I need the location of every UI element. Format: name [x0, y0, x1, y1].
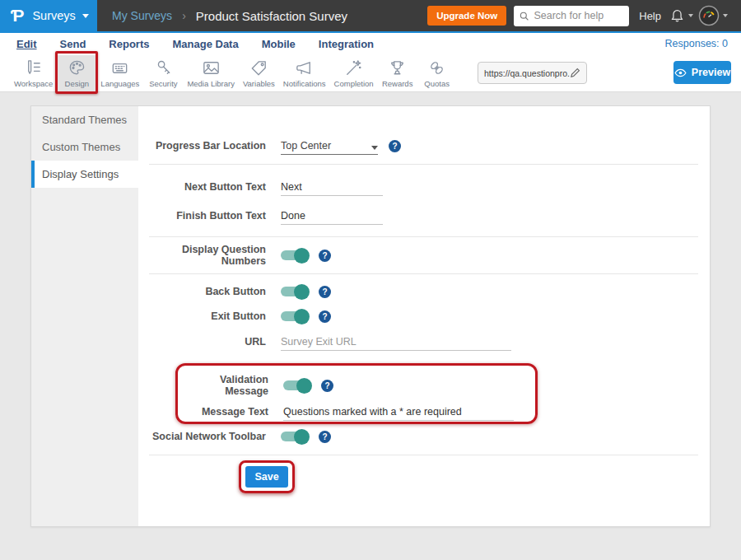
tab-integration[interactable]: Integration [307, 38, 385, 50]
divider [149, 236, 698, 237]
survey-url-field[interactable]: https://qa.questionpro.com/t/AW22Zcq2J [478, 62, 587, 84]
breadcrumb-separator: › [182, 9, 186, 22]
edit-pencil-icon[interactable] [570, 68, 580, 78]
sidebar-item-display-settings[interactable]: Display Settings [31, 161, 138, 188]
chevron-down-icon [688, 14, 693, 17]
message-text-row: Message Text [178, 400, 535, 423]
validation-message-toggle[interactable] [283, 380, 310, 390]
bell-icon [669, 8, 685, 24]
toolbar-item-rewards[interactable]: Rewards [378, 55, 417, 91]
toolbar-item-notifications[interactable]: Notifications [279, 55, 330, 91]
next-button-text-label: Next Button Text [138, 181, 266, 193]
progress-bar-location-row: Progress Bar Location Top Center ? [138, 134, 698, 157]
toolbar-item-security[interactable]: Security [143, 55, 183, 91]
toolbar-item-languages[interactable]: Languages [96, 55, 143, 91]
tab-mobile[interactable]: Mobile [250, 38, 307, 50]
tab-send[interactable]: Send [49, 38, 98, 50]
sidebar-item-standard-themes[interactable]: Standard Themes [31, 106, 138, 133]
survey-menu-bar: Edit Send Reports Manage Data Mobile Int… [0, 31, 741, 54]
save-button[interactable]: Save [245, 466, 288, 488]
exit-button-row: Exit Button ? [138, 305, 698, 328]
exit-url-input[interactable] [281, 333, 511, 351]
finish-button-text-row: Finish Button Text [138, 204, 698, 227]
save-row: Save [138, 460, 698, 493]
survey-toolbar: Workspace Design Languages Security Medi… [0, 54, 741, 92]
design-icon [67, 58, 87, 78]
next-button-text-input[interactable] [281, 178, 383, 196]
exit-button-label: Exit Button [138, 310, 266, 322]
upgrade-now-button[interactable]: Upgrade Now [427, 6, 506, 26]
responses-count[interactable]: Responses: 0 [665, 38, 728, 49]
help-icon[interactable]: ? [319, 431, 331, 443]
help-link[interactable]: Help [639, 10, 661, 22]
chevron-down-icon [371, 146, 378, 150]
preview-button[interactable]: Preview [673, 61, 731, 84]
breadcrumb: My Surveys › Product Satisfaction Survey [112, 9, 347, 23]
account-menu-button[interactable] [698, 5, 733, 26]
help-icon[interactable]: ? [321, 380, 333, 392]
divider [149, 455, 698, 455]
chevron-down-icon [723, 14, 728, 17]
exit-button-toggle[interactable] [281, 311, 308, 321]
avatar [698, 5, 720, 26]
help-icon[interactable]: ? [319, 250, 331, 262]
design-sidebar: Standard Themes Custom Themes Display Se… [31, 106, 138, 526]
search-input[interactable] [534, 10, 623, 21]
search-icon [520, 11, 529, 21]
next-button-text-row: Next Button Text [138, 175, 698, 198]
page-title: Product Satisfaction Survey [196, 9, 347, 23]
social-network-toolbar-toggle[interactable] [281, 432, 308, 441]
eye-icon [674, 68, 687, 77]
toggle-knob [294, 309, 310, 324]
surveys-menu-label: Surveys [32, 9, 75, 22]
message-text-input[interactable] [283, 403, 514, 421]
app-logo-menu[interactable]: Ƥ Surveys [0, 0, 97, 31]
toggle-knob [296, 378, 312, 394]
social-network-toolbar-label: Social Network Toolbar [138, 431, 266, 442]
variables-icon [249, 58, 269, 78]
help-icon[interactable]: ? [319, 286, 331, 298]
help-search-box[interactable] [514, 6, 629, 26]
toggle-knob [294, 248, 310, 264]
exit-url-label: URL [138, 336, 266, 348]
toolbar-item-completion[interactable]: Completion [330, 55, 378, 91]
toggle-knob [294, 284, 310, 300]
tab-edit[interactable]: Edit [5, 38, 49, 50]
toolbar-item-quotas[interactable]: Quotas [417, 55, 457, 91]
tab-reports[interactable]: Reports [97, 38, 161, 50]
back-button-toggle[interactable] [281, 287, 308, 296]
tab-manage-data[interactable]: Manage Data [161, 38, 249, 50]
toolbar-item-variables[interactable]: Variables [239, 55, 279, 91]
divider [149, 273, 698, 274]
finish-button-text-input[interactable] [281, 207, 383, 225]
back-button-row: Back Button ? [138, 280, 698, 303]
help-icon[interactable]: ? [389, 140, 401, 152]
display-question-numbers-toggle[interactable] [281, 250, 308, 260]
display-settings-form: Progress Bar Location Top Center ? Next … [138, 106, 710, 526]
chevron-down-icon [82, 14, 89, 18]
finish-button-text-label: Finish Button Text [138, 210, 266, 222]
annotation-validation-highlight: Validation Message ? Message Text [175, 363, 538, 424]
progress-bar-location-label: Progress Bar Location [138, 140, 266, 152]
questionpro-logo-icon: Ƥ [11, 6, 24, 26]
toolbar-item-workspace[interactable]: Workspace [10, 55, 57, 91]
toolbar-item-media-library[interactable]: Media Library [183, 55, 239, 91]
back-button-label: Back Button [138, 286, 266, 297]
toggle-knob [294, 429, 310, 445]
top-header: Ƥ Surveys My Surveys › Product Satisfact… [0, 0, 741, 31]
survey-url-text: https://qa.questionpro.com/t/AW22Zcq2J [484, 68, 570, 78]
notifications-icon [294, 58, 315, 78]
progress-bar-location-select[interactable]: Top Center [281, 137, 378, 155]
display-question-numbers-label: Display Question Numbers [138, 244, 266, 267]
social-network-toolbar-row: Social Network Toolbar ? [138, 425, 698, 448]
help-icon[interactable]: ? [319, 310, 331, 323]
display-question-numbers-row: Display Question Numbers ? [138, 244, 698, 267]
validation-message-label: Validation Message [178, 374, 268, 397]
security-icon [153, 58, 174, 78]
toolbar-item-design[interactable]: Design [57, 55, 96, 91]
annotation-save-highlight: Save [239, 460, 295, 493]
media-library-icon [201, 58, 221, 78]
sidebar-item-custom-themes[interactable]: Custom Themes [31, 133, 138, 161]
breadcrumb-my-surveys[interactable]: My Surveys [112, 9, 172, 22]
notifications-bell-button[interactable] [669, 8, 698, 24]
